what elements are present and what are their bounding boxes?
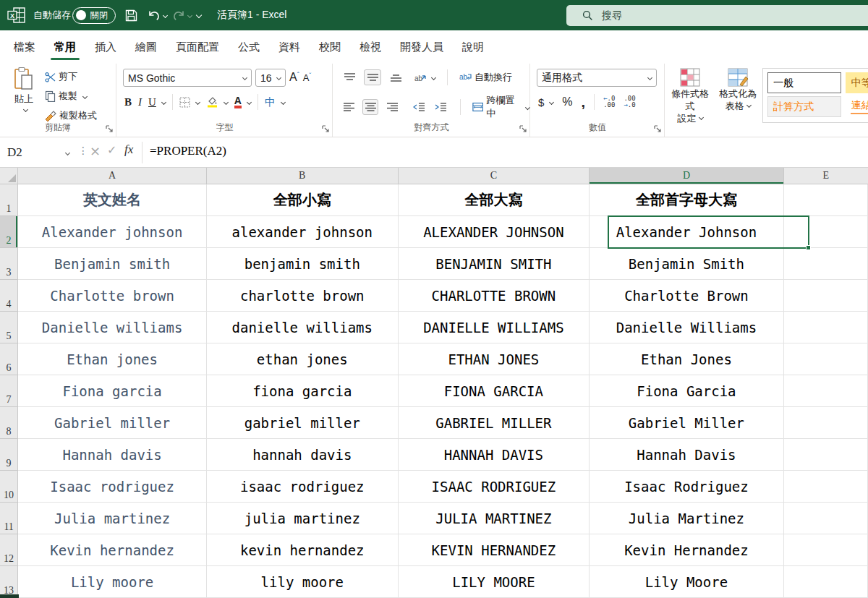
- row-header[interactable]: 11: [0, 503, 18, 534]
- formula-input[interactable]: =PROPER(A2): [150, 144, 226, 158]
- cell-col-b[interactable]: hannah davis: [207, 439, 399, 471]
- search-input[interactable]: 搜尋: [566, 5, 868, 26]
- row-header[interactable]: 8: [0, 407, 18, 439]
- cell-col-d[interactable]: Benjamin Smith: [590, 248, 783, 280]
- cell-col-b[interactable]: lily moore: [207, 566, 399, 598]
- decrease-decimal-button[interactable]: .00→.0: [624, 95, 635, 108]
- tab-help[interactable]: 說明: [453, 30, 493, 64]
- row-header[interactable]: 13: [0, 566, 18, 598]
- row-header[interactable]: 2: [0, 216, 18, 248]
- cell-col-e[interactable]: [784, 439, 868, 471]
- cell-col-a[interactable]: Alexander johnson: [18, 216, 207, 248]
- cell-col-b[interactable]: julia martinez: [207, 503, 399, 534]
- decrease-font-size-button[interactable]: Aˇ: [303, 72, 312, 83]
- cell-col-c[interactable]: ETHAN JONES: [399, 343, 590, 375]
- column-header-b[interactable]: B: [207, 168, 399, 184]
- cell-col-e[interactable]: [784, 534, 868, 566]
- middle-align-button[interactable]: [364, 69, 381, 85]
- wrap-text-button[interactable]: ab 自動換行: [459, 71, 512, 84]
- increase-decimal-button[interactable]: ←.0.00: [603, 95, 615, 108]
- cell-col-e[interactable]: [784, 248, 868, 280]
- save-button[interactable]: [124, 0, 138, 30]
- cell-col-a[interactable]: Danielle williams: [18, 312, 207, 343]
- cell-col-c[interactable]: ISAAC RODRIGUEZ: [399, 471, 590, 503]
- cell-col-d[interactable]: Isaac Rodriguez: [590, 471, 783, 503]
- merge-center-button[interactable]: 跨欄置中: [472, 94, 529, 120]
- cancel-icon[interactable]: ×: [90, 143, 101, 158]
- cell-col-e[interactable]: [784, 312, 868, 343]
- font-dialog-launcher[interactable]: [321, 124, 330, 133]
- number-format-select[interactable]: 通用格式: [537, 69, 657, 87]
- font-color-button[interactable]: A: [234, 96, 251, 108]
- undo-button[interactable]: [148, 0, 167, 30]
- font-size-select[interactable]: 16: [255, 69, 286, 87]
- cell-col-d[interactable]: Alexander Johnson: [590, 216, 783, 248]
- increase-font-size-button[interactable]: Aˆ: [289, 71, 299, 84]
- cell-col-d[interactable]: Hannah Davis: [590, 439, 783, 471]
- tab-page-layout[interactable]: 頁面配置: [166, 30, 229, 64]
- cell-col-d[interactable]: Lily Moore: [590, 566, 783, 598]
- cell-col-e[interactable]: [784, 407, 868, 439]
- column-header-c[interactable]: C: [399, 168, 590, 184]
- column-header-d[interactable]: D: [590, 168, 784, 184]
- alignment-dialog-launcher[interactable]: [519, 124, 527, 133]
- cell-col-e[interactable]: [784, 184, 868, 216]
- cell-col-c[interactable]: 全部大寫: [399, 184, 590, 216]
- cell-col-e[interactable]: [784, 343, 868, 375]
- align-right-button[interactable]: [384, 99, 400, 115]
- redo-button[interactable]: [172, 0, 192, 30]
- cell-col-b[interactable]: gabriel miller: [207, 407, 399, 439]
- font-name-select[interactable]: MS Gothic: [123, 69, 252, 87]
- cell-col-b[interactable]: charlotte brown: [207, 280, 399, 312]
- cell-col-c[interactable]: BENJAMIN SMITH: [399, 248, 590, 280]
- number-dialog-launcher[interactable]: [653, 124, 662, 133]
- cell-col-e[interactable]: [784, 216, 868, 248]
- comma-format-button[interactable]: ,: [582, 98, 586, 106]
- cell-col-e[interactable]: [784, 566, 868, 598]
- percent-format-button[interactable]: %: [562, 95, 572, 108]
- row-header[interactable]: 6: [0, 343, 18, 375]
- cell-col-d[interactable]: Ethan Jones: [590, 343, 783, 375]
- cell-col-c[interactable]: KEVIN HERNANDEZ: [399, 534, 590, 566]
- tab-developer[interactable]: 開發人員: [391, 30, 453, 64]
- cell-col-b[interactable]: alexander johnson: [207, 216, 399, 248]
- row-header[interactable]: 5: [0, 312, 18, 343]
- fill-color-button[interactable]: [206, 96, 228, 108]
- row-header[interactable]: 7: [0, 375, 18, 407]
- currency-format-button[interactable]: $: [538, 96, 553, 108]
- cut-button[interactable]: 剪下: [45, 69, 97, 84]
- cell-col-e[interactable]: [784, 375, 868, 407]
- align-center-button[interactable]: [362, 99, 378, 115]
- quick-access-customize-button[interactable]: [197, 0, 201, 30]
- cell-col-a[interactable]: Kevin hernandez: [18, 534, 207, 566]
- cell-col-b[interactable]: fiona garcia: [207, 375, 399, 407]
- conditional-formatting-button[interactable]: 條件式格式 設定: [667, 67, 713, 124]
- copy-button[interactable]: 複製: [45, 89, 97, 103]
- enter-icon[interactable]: ✓: [107, 143, 116, 157]
- increase-indent-button[interactable]: [433, 99, 448, 115]
- cell-col-e[interactable]: [784, 503, 868, 534]
- cell-style-normal[interactable]: 一般: [767, 72, 841, 93]
- bold-button[interactable]: B: [124, 96, 132, 108]
- top-align-button[interactable]: [341, 69, 358, 85]
- italic-button[interactable]: I: [138, 96, 142, 108]
- cell-style-linked[interactable]: 連結: [846, 96, 868, 117]
- cell-col-d[interactable]: Fiona Garcia: [590, 375, 783, 407]
- cell-col-d[interactable]: Danielle Williams: [590, 312, 783, 343]
- cell-col-b[interactable]: benjamin smith: [207, 248, 399, 280]
- decrease-indent-button[interactable]: [411, 99, 427, 115]
- cell-col-d[interactable]: 全部首字母大寫: [590, 184, 783, 216]
- tab-view[interactable]: 檢視: [350, 30, 391, 64]
- phonetic-guide-button[interactable]: 中: [265, 95, 285, 109]
- row-header[interactable]: 10: [0, 471, 18, 503]
- cell-col-a[interactable]: Gabriel miller: [18, 407, 207, 439]
- cell-col-b[interactable]: kevin hernandez: [207, 534, 399, 566]
- align-left-button[interactable]: [341, 99, 357, 115]
- column-header-a[interactable]: A: [18, 168, 207, 184]
- tab-draw[interactable]: 繪圖: [126, 30, 166, 64]
- tab-home[interactable]: 常用: [45, 30, 85, 64]
- orientation-button[interactable]: ab: [414, 72, 435, 82]
- cell-col-b[interactable]: 全部小寫: [207, 184, 399, 216]
- tab-insert[interactable]: 插入: [85, 30, 126, 64]
- cell-col-a[interactable]: Ethan jones: [18, 343, 207, 375]
